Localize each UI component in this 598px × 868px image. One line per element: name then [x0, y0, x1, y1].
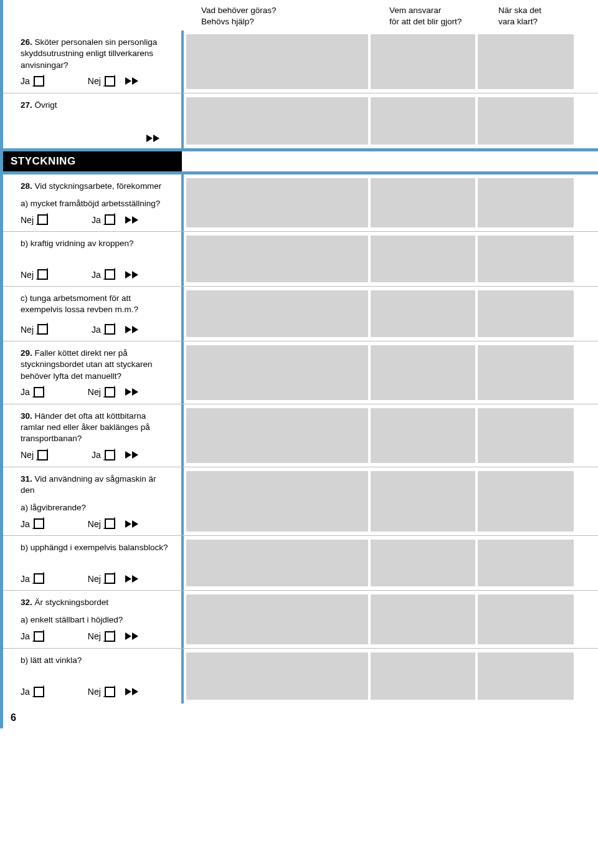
input-when[interactable] — [478, 471, 574, 532]
input-when[interactable] — [478, 345, 574, 400]
checkbox-ja[interactable] — [105, 269, 115, 280]
question-body: Vid styckningsarbete, förekommer — [32, 181, 162, 191]
answer-label: Nej — [88, 76, 101, 86]
question-text-col: c) tunga arbetsmoment för att exempelvis… — [3, 287, 184, 341]
question-31a: 31. Vid användning av sågmaskin är den a… — [3, 467, 598, 537]
input-who[interactable] — [371, 236, 475, 282]
input-when[interactable] — [478, 540, 574, 586]
answer-nej: Nej — [21, 269, 48, 280]
arrow-icon — [125, 77, 139, 85]
input-when[interactable] — [478, 408, 574, 463]
question-text-col: 26. Sköter personalen sin personliga sky… — [3, 31, 184, 93]
answer-label: Ja — [21, 631, 30, 641]
question-text: 31. Vid användning av sågmaskin är den a… — [21, 474, 170, 514]
question-body: Är styckningsbordet — [32, 598, 108, 607]
input-when[interactable] — [478, 178, 574, 227]
checkbox-ja[interactable] — [34, 387, 44, 398]
answer-row: Nej Ja — [21, 450, 170, 460]
input-when[interactable] — [478, 594, 574, 644]
answer-ja: Ja — [21, 518, 44, 529]
checkbox-ja[interactable] — [34, 631, 44, 642]
input-what[interactable] — [186, 540, 368, 586]
input-who[interactable] — [371, 290, 475, 337]
input-boxes — [184, 467, 598, 536]
answer-nej: Nej — [88, 573, 139, 584]
input-what[interactable] — [186, 97, 368, 145]
input-what[interactable] — [186, 471, 368, 532]
question-26: 26. Sköter personalen sin personliga sky… — [3, 31, 598, 93]
checkbox-ja[interactable] — [105, 214, 115, 225]
input-what[interactable] — [186, 594, 368, 644]
question-text-col: 32. Är styckningsbordet a) enkelt ställb… — [3, 591, 184, 647]
answer-label: Ja — [21, 519, 30, 529]
question-29: 29. Faller köttet direkt ner på stycknin… — [3, 341, 598, 404]
answer-ja: Ja — [21, 76, 44, 87]
input-what[interactable] — [186, 34, 368, 89]
question-number: 30. — [21, 411, 32, 421]
arrow-icon — [125, 451, 139, 459]
answer-label: Nej — [88, 687, 101, 697]
input-what[interactable] — [186, 178, 368, 227]
checkbox-nej[interactable] — [105, 631, 115, 642]
checkbox-ja[interactable] — [34, 573, 44, 584]
answer-label: Nej — [21, 450, 34, 460]
input-who[interactable] — [371, 178, 475, 227]
input-what[interactable] — [186, 345, 368, 400]
checkbox-nej[interactable] — [105, 387, 115, 398]
input-who[interactable] — [371, 594, 475, 644]
header-text: för att det blir gjort? — [389, 17, 462, 26]
question-32a: 32. Är styckningsbordet a) enkelt ställb… — [3, 591, 598, 648]
input-when[interactable] — [478, 236, 574, 282]
input-what[interactable] — [186, 290, 368, 337]
question-number: 28. — [21, 181, 32, 191]
header-col-1: Vad behöver göras? Behövs hjälp? — [184, 5, 372, 27]
input-boxes — [184, 591, 598, 647]
input-who[interactable] — [371, 345, 475, 400]
question-number: 29. — [21, 348, 32, 358]
input-who[interactable] — [371, 34, 475, 89]
input-who[interactable] — [371, 540, 475, 586]
answer-label: Ja — [21, 387, 30, 397]
input-when[interactable] — [478, 290, 574, 337]
checkbox-nej[interactable] — [37, 214, 48, 225]
checkbox-nej[interactable] — [105, 573, 115, 584]
question-32b: b) lätt att vinkla? Ja Nej — [3, 649, 598, 703]
checkbox-ja[interactable] — [105, 450, 115, 460]
answer-ja: Ja — [92, 324, 139, 335]
checkbox-nej[interactable] — [105, 687, 115, 697]
input-what[interactable] — [186, 652, 368, 700]
question-number: 32. — [21, 598, 32, 607]
input-what[interactable] — [186, 408, 368, 463]
sub-question: a) lågvibrerande? — [21, 503, 86, 512]
header-text: vara klart? — [498, 17, 538, 26]
checkbox-nej[interactable] — [105, 518, 115, 529]
input-who[interactable] — [371, 471, 475, 532]
checkbox-ja[interactable] — [34, 518, 44, 529]
checkbox-ja[interactable] — [105, 324, 115, 335]
answer-label: Nej — [88, 574, 101, 584]
input-who[interactable] — [371, 408, 475, 463]
input-when[interactable] — [478, 652, 574, 700]
checkbox-nej[interactable] — [105, 76, 115, 87]
arrow-icon — [125, 520, 139, 528]
question-body: Vid användning av sågmaskin är den — [21, 474, 156, 495]
input-boxes — [184, 174, 598, 231]
checkbox-ja[interactable] — [34, 687, 44, 697]
question-text: 27. Övrigt — [21, 100, 170, 111]
checkbox-nej[interactable] — [37, 324, 48, 335]
checkbox-nej[interactable] — [37, 450, 48, 460]
question-number: 27. — [21, 100, 32, 110]
answer-ja: Ja — [21, 631, 44, 642]
sub-question: a) enkelt ställbart i höjdled? — [21, 615, 123, 624]
input-who[interactable] — [371, 97, 475, 145]
input-what[interactable] — [186, 236, 368, 282]
answer-label: Nej — [21, 215, 34, 225]
question-text-col: 29. Faller köttet direkt ner på stycknin… — [3, 341, 184, 404]
input-when[interactable] — [478, 34, 574, 89]
answer-nej: Nej — [88, 631, 139, 642]
checkbox-nej[interactable] — [37, 269, 48, 280]
input-when[interactable] — [478, 97, 574, 145]
input-boxes — [184, 536, 598, 590]
input-who[interactable] — [371, 652, 475, 700]
checkbox-ja[interactable] — [34, 76, 44, 87]
